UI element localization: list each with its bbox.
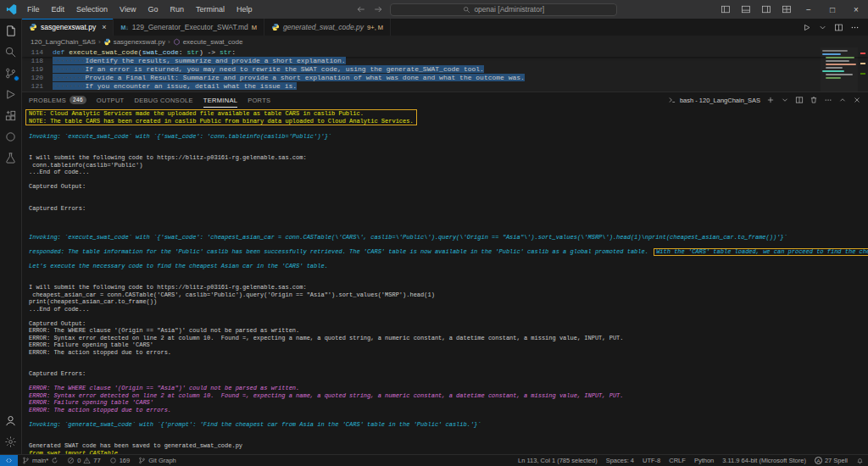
- activity-badge-dot: [14, 75, 19, 81]
- bell-icon: [856, 457, 864, 464]
- status-indentation[interactable]: Spaces: 4: [602, 455, 638, 466]
- activity-source-control[interactable]: [0, 63, 22, 84]
- terminal-line: ...End of code...: [29, 306, 868, 313]
- window-title: openai [Administrator]: [474, 5, 544, 14]
- split-icon: [795, 96, 804, 104]
- markdown-icon: M↓: [120, 25, 128, 31]
- layout-left-button[interactable]: [715, 0, 736, 19]
- terminal-instance[interactable]: bash - 120_LangChain_SAS: [668, 96, 760, 104]
- activity-extensions[interactable]: [0, 105, 22, 126]
- menu-terminal[interactable]: Terminal: [190, 0, 231, 19]
- layout-grid-button[interactable]: [776, 0, 797, 19]
- status-git-graph[interactable]: Git Graph: [134, 455, 181, 466]
- layout-bottom-button[interactable]: [736, 0, 756, 19]
- editor-and-panel: sasgenexswat.py×M↓129_Generator_Executor…: [22, 19, 868, 454]
- terminal-line: [29, 226, 868, 234]
- code-line[interactable]: 119········If an error is returned, you …: [22, 65, 868, 74]
- status-git-branch[interactable]: main*: [18, 455, 63, 466]
- new-terminal-button[interactable]: [766, 96, 775, 104]
- maximize-button[interactable]: □: [821, 0, 844, 19]
- panel-tab-ports[interactable]: PORTS: [248, 92, 270, 108]
- panel-tab-problems[interactable]: PROBLEMS246: [29, 92, 86, 108]
- terminal-line: [29, 356, 868, 363]
- code-editor[interactable]: 114def execute_swat_code(swat_code: str)…: [22, 47, 868, 92]
- terminal-line: [29, 176, 868, 184]
- run-dropdown-button[interactable]: [818, 23, 827, 32]
- menu-view[interactable]: View: [114, 0, 142, 19]
- menu-help[interactable]: Help: [231, 0, 259, 19]
- close-tab-icon[interactable]: ×: [102, 23, 106, 31]
- terminal-content[interactable]: NOTE: Cloud Analytic Services made the u…: [22, 108, 868, 454]
- status-notifications[interactable]: [852, 455, 868, 466]
- status-language-mode[interactable]: Python: [690, 455, 718, 466]
- code-text: ········Provide a Final Result: Summariz…: [53, 74, 525, 82]
- status-problems[interactable]: 077: [63, 455, 105, 466]
- code-text: ········Identify the results, summarize …: [53, 57, 346, 65]
- menu-selection[interactable]: Selection: [70, 0, 114, 19]
- terminal-line: Let's execute the necessary code to find…: [29, 263, 868, 270]
- tab-sasgenexswat-py[interactable]: sasgenexswat.py×: [22, 19, 114, 36]
- terminal-line: ERROR: Syntax error detected on line 2 a…: [29, 392, 868, 400]
- sticky-scroll-line[interactable]: 114def execute_swat_code(swat_code: str)…: [22, 47, 868, 57]
- status-eol[interactable]: CRLF: [665, 455, 690, 466]
- activity-testing[interactable]: [0, 147, 22, 169]
- run-python-file-button[interactable]: [802, 23, 811, 32]
- method-icon: [173, 38, 181, 46]
- status-spell-checker[interactable]: A27 Spell: [810, 455, 852, 466]
- split-editor-button[interactable]: [834, 23, 843, 32]
- status-encoding[interactable]: UTF-8: [638, 455, 665, 466]
- terminal-icon: [668, 96, 676, 104]
- terminal-launch-dropdown-button[interactable]: [781, 96, 789, 104]
- maximize-panel-button[interactable]: [838, 96, 847, 104]
- breadcrumb-item[interactable]: execute_swat_code: [173, 38, 243, 46]
- activity-jupyter[interactable]: [0, 126, 22, 147]
- panel-tab-terminal[interactable]: TERMINAL: [203, 92, 237, 108]
- more-editor-actions-button[interactable]: [850, 23, 860, 32]
- activity-accounts[interactable]: [0, 410, 22, 431]
- menu-run[interactable]: Run: [164, 0, 190, 19]
- terminal-line: Invoking: `generate_swat_code` with `{'p…: [29, 421, 868, 429]
- close-button[interactable]: ×: [844, 0, 868, 19]
- menu-file[interactable]: File: [21, 0, 46, 19]
- activity-search[interactable]: [0, 42, 22, 63]
- status-counter[interactable]: 169: [105, 455, 135, 466]
- activity-explorer[interactable]: [0, 20, 22, 42]
- status-python-interpreter[interactable]: 3.11.9 64-bit (Microsoft Store): [718, 455, 810, 466]
- command-center-search[interactable]: openai [Administrator]: [390, 3, 617, 16]
- remote-icon: [5, 457, 13, 464]
- code-line[interactable]: 121········If you encounter an issue, de…: [22, 82, 868, 91]
- line-number: 121: [22, 82, 53, 91]
- back-arrow-icon[interactable]: [356, 4, 366, 14]
- terminal-line: [29, 413, 868, 421]
- layout-right-button[interactable]: [756, 0, 776, 19]
- panel-tab-debug-console[interactable]: DEBUG CONSOLE: [134, 92, 192, 108]
- forward-arrow-icon[interactable]: [373, 4, 383, 14]
- minimap-mark: [826, 57, 854, 58]
- testing-icon: [4, 152, 17, 164]
- tab-129-generator-executor-swat-md[interactable]: M↓129_Generator_Executor_SWAT.mdM: [114, 19, 264, 36]
- panel-tab-output[interactable]: OUTPUT: [97, 92, 125, 108]
- terminal-line: Captured Output:: [29, 320, 868, 328]
- panel-tab-label: OUTPUT: [97, 97, 125, 104]
- menu-edit[interactable]: Edit: [46, 0, 71, 19]
- breadcrumb-item[interactable]: sasgenexswat.py: [103, 38, 165, 46]
- code-line[interactable]: 120········Provide a Final Result: Summa…: [22, 74, 868, 82]
- breadcrumb-item[interactable]: 120_LangChain_SAS: [31, 38, 96, 46]
- activity-manage[interactable]: [0, 431, 22, 452]
- minimize-button[interactable]: −: [797, 0, 821, 19]
- tab-generated-swat-code-py[interactable]: generated_swat_code.py9+, M: [264, 19, 391, 36]
- terminal-instance-label: bash - 120_LangChain_SAS: [680, 97, 760, 104]
- minimap[interactable]: [821, 47, 858, 92]
- activity-run-and-debug[interactable]: [0, 84, 22, 105]
- status-cursor-position[interactable]: Ln 113, Col 1 (785 selected): [514, 455, 602, 466]
- close-panel-button[interactable]: [853, 96, 861, 104]
- split-terminal-button[interactable]: [795, 96, 804, 104]
- split-icon: [834, 23, 843, 32]
- kill-terminal-button[interactable]: [810, 96, 818, 104]
- menu-go[interactable]: Go: [142, 0, 164, 19]
- chevdown-icon: [781, 96, 789, 104]
- more-panel-actions-button[interactable]: [824, 96, 832, 104]
- python-icon: [103, 38, 111, 46]
- code-line[interactable]: 118········Identify the results, summari…: [22, 57, 868, 65]
- status-remote-indicator[interactable]: [0, 455, 18, 466]
